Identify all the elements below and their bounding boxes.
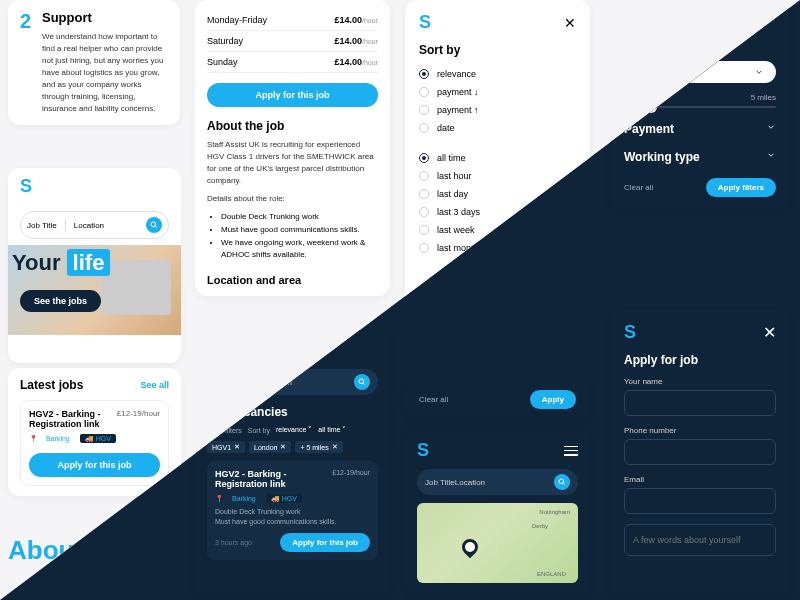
city-label: Derby	[532, 523, 548, 529]
search-icon[interactable]	[354, 374, 370, 390]
city-label: Nottingham	[539, 509, 570, 515]
see-jobs-button[interactable]: See the jobs	[20, 290, 101, 312]
job-price: £12-19/hour	[117, 409, 160, 418]
workingtype-accordion[interactable]: Working type	[624, 150, 776, 164]
clear-apply-bar: Clear all Apply	[405, 380, 590, 419]
job-desc: Double Deck Trunking workMust have good …	[215, 507, 370, 527]
radius-max: 5 miles	[751, 93, 776, 102]
location-input[interactable]: Location	[74, 221, 104, 230]
close-icon[interactable]: ✕	[564, 15, 576, 31]
time-value[interactable]: all time ˅	[318, 426, 346, 434]
sort-value[interactable]: relevance ˅	[276, 426, 312, 434]
phone-input[interactable]	[624, 439, 776, 465]
filter-chip[interactable]: London✕	[249, 441, 291, 453]
pin-icon: 📍	[29, 435, 38, 442]
svg-line-3	[363, 383, 365, 385]
hero-tagline: Your life	[12, 250, 110, 276]
menu-icon[interactable]	[564, 446, 578, 456]
svg-line-5	[563, 483, 565, 485]
sort-option[interactable]: relevance	[419, 65, 576, 83]
email-input[interactable]	[624, 488, 776, 514]
logo-icon: S	[419, 12, 431, 33]
bullet: Double Deck Trunking work	[221, 211, 378, 224]
truck-icon: 🚚 HGV	[80, 434, 116, 443]
rate-row: Sunday£14.00/hour	[207, 52, 378, 73]
about-body: Staff Assist UK is recruiting for experi…	[207, 139, 378, 187]
chevron-down-icon	[754, 67, 764, 77]
jobtitle-input[interactable]: Job Title	[425, 478, 455, 487]
map-panel: S Job Title Location Nottingham Derby EN…	[405, 430, 590, 595]
location-heading: Location and area	[207, 274, 378, 286]
name-input[interactable]	[624, 390, 776, 416]
logo-icon: S	[8, 168, 181, 205]
latest-heading: Latest jobs	[20, 378, 83, 392]
job-card[interactable]: HGV2 - Barking - Registration link £12-1…	[20, 400, 169, 486]
apply-button[interactable]: Apply	[530, 390, 576, 409]
search-icon[interactable]	[554, 474, 570, 490]
about-input[interactable]	[624, 524, 776, 556]
apply-button[interactable]: Apply for this job	[207, 83, 378, 107]
map-view[interactable]: Nottingham Derby ENGLAND	[417, 503, 578, 583]
job-location: Barking	[46, 435, 70, 442]
city-label: ENGLAND	[537, 571, 566, 577]
time-option[interactable]: all time	[419, 149, 576, 167]
logo-icon: S	[624, 322, 636, 343]
pin-icon: 📍	[215, 495, 224, 502]
job-location: Barking	[232, 495, 256, 502]
time-option[interactable]: last hour	[419, 167, 576, 185]
search-bar[interactable]: Job Title Location	[417, 469, 578, 495]
job-time: 3 hours ago	[215, 539, 252, 546]
job-title: HGV2 - Barking - Registration link	[29, 409, 117, 429]
clear-all-link[interactable]: Clear all	[624, 183, 653, 192]
logo-icon: S	[417, 440, 429, 461]
see-all-link[interactable]: See all	[140, 380, 169, 390]
location-input[interactable]: Location	[455, 478, 485, 487]
chevron-down-icon	[766, 122, 776, 132]
sort-heading: Sort by	[419, 43, 576, 57]
sort-option[interactable]: payment ↑	[419, 101, 576, 119]
about-heading: About the job	[207, 119, 378, 133]
bullet: We have ongoing work, weekend work & ADH…	[221, 237, 378, 263]
rate-row: Saturday£14.00/hour	[207, 31, 378, 52]
close-icon[interactable]: ✕	[763, 323, 776, 342]
step-number: 2	[20, 10, 31, 33]
sortby-label: Sort by	[248, 427, 270, 434]
support-body: We understand how important to find a re…	[42, 31, 168, 115]
payment-accordion[interactable]: Payment	[624, 122, 776, 136]
truck-icon: 🚚 HGV	[266, 494, 302, 503]
svg-line-1	[155, 226, 157, 228]
sort-option[interactable]: payment ↓	[419, 83, 576, 101]
latest-jobs-card: Latest jobs See all HGV2 - Barking - Reg…	[8, 368, 181, 496]
phone-label: Phone number	[624, 426, 776, 435]
result-card[interactable]: £12-19/hour HGV2 - Barking - Registratio…	[207, 461, 378, 560]
svg-point-2	[359, 379, 364, 384]
support-title: Support	[42, 10, 168, 25]
sort-option[interactable]: date	[419, 119, 576, 137]
apply-button[interactable]: Apply for this job	[29, 453, 160, 477]
support-card: 2 Support We understand how important to…	[8, 0, 180, 125]
filter-chip[interactable]: HGV1✕	[207, 441, 245, 453]
email-label: Email	[624, 475, 776, 484]
apply-heading: Apply for job	[624, 353, 776, 367]
apply-button[interactable]: Apply for this job	[280, 533, 370, 552]
job-price: £12-19/hour	[332, 469, 370, 476]
svg-point-0	[151, 222, 156, 227]
map-pin-icon[interactable]	[459, 536, 482, 559]
jobtitle-input[interactable]: Job Title	[27, 221, 57, 230]
filter-chip[interactable]: + 5 miles✕	[295, 441, 342, 453]
apply-filters-button[interactable]: Apply filters	[706, 178, 776, 197]
search-bar[interactable]: Job Title Location	[20, 211, 169, 239]
job-detail-card: Monday-Friday£14.00/hour Saturday£14.00/…	[195, 0, 390, 296]
bullet: Must have good communications skills.	[221, 224, 378, 237]
chevron-down-icon	[766, 150, 776, 160]
clear-all-link[interactable]: Clear all	[419, 395, 448, 404]
search-icon[interactable]	[146, 217, 162, 233]
svg-point-4	[559, 479, 564, 484]
rate-row: Monday-Friday£14.00/hour	[207, 10, 378, 31]
details-label: Details about the role:	[207, 193, 378, 205]
name-label: Your name	[624, 377, 776, 386]
apply-form-panel: S ✕ Apply for job Your name Phone number…	[610, 310, 790, 595]
